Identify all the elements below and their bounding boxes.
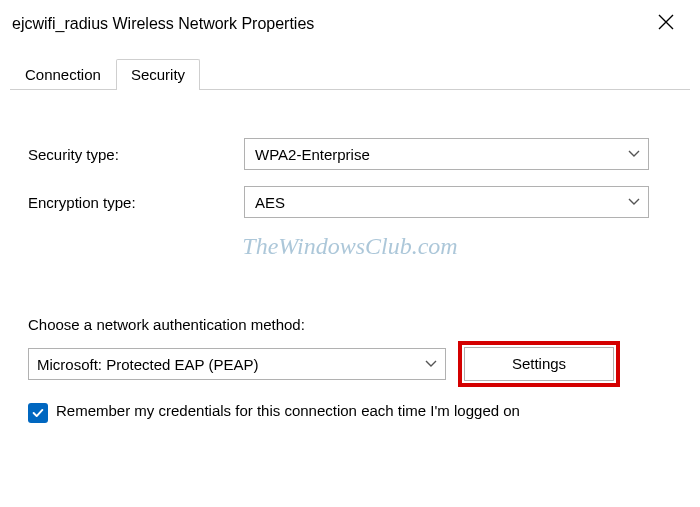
- tab-bar: Connection Security: [10, 55, 690, 90]
- encryption-type-label: Encryption type:: [28, 194, 244, 211]
- auth-method-label: Choose a network authentication method:: [28, 316, 672, 333]
- tab-connection[interactable]: Connection: [10, 59, 116, 89]
- window-title: ejcwifi_radius Wireless Network Properti…: [12, 15, 314, 33]
- security-type-select[interactable]: WPA2-Enterprise: [244, 138, 649, 170]
- security-type-row: Security type: WPA2-Enterprise: [28, 138, 672, 170]
- remember-credentials-label[interactable]: Remember my credentials for this connect…: [56, 401, 520, 421]
- titlebar: ejcwifi_radius Wireless Network Properti…: [0, 0, 700, 47]
- encryption-type-row: Encryption type: AES: [28, 186, 672, 218]
- auth-method-value: Microsoft: Protected EAP (PEAP): [37, 356, 258, 373]
- chevron-down-icon: [628, 195, 640, 209]
- security-type-label: Security type:: [28, 146, 244, 163]
- encryption-type-select[interactable]: AES: [244, 186, 649, 218]
- encryption-type-value: AES: [255, 194, 285, 211]
- security-type-value: WPA2-Enterprise: [255, 146, 370, 163]
- chevron-down-icon: [628, 147, 640, 161]
- highlight-annotation: Settings: [458, 341, 620, 387]
- auth-method-select[interactable]: Microsoft: Protected EAP (PEAP): [28, 348, 446, 380]
- auth-section: Choose a network authentication method: …: [28, 316, 672, 423]
- tab-security[interactable]: Security: [116, 59, 200, 89]
- chevron-down-icon: [425, 357, 437, 371]
- settings-button[interactable]: Settings: [464, 347, 614, 381]
- remember-credentials-row: Remember my credentials for this connect…: [28, 401, 672, 423]
- close-icon[interactable]: [650, 10, 682, 37]
- tab-content-security: Security type: WPA2-Enterprise Encryptio…: [0, 90, 700, 423]
- remember-credentials-checkbox[interactable]: [28, 403, 48, 423]
